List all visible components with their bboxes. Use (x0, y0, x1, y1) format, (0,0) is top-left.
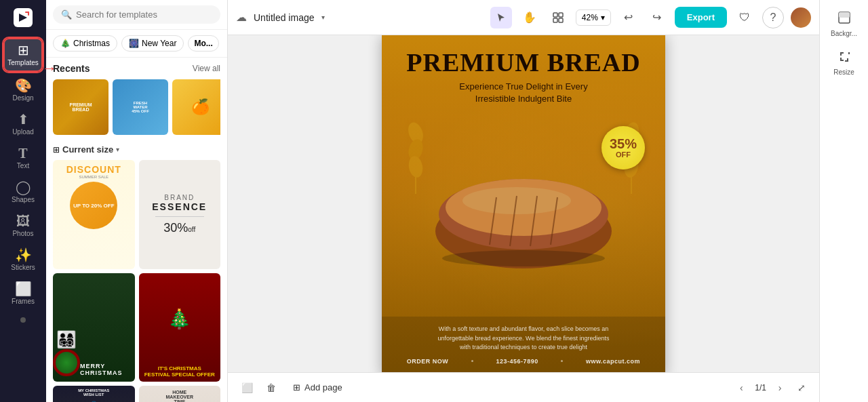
website-text: www.capcut.com (586, 358, 640, 365)
add-page-label: Add page (304, 382, 342, 393)
sidebar-item-shapes[interactable]: ◯ Shapes (3, 176, 43, 207)
thumb-water-text: FRESHWATER45% OFF (132, 101, 149, 113)
svg-rect-4 (559, 18, 563, 22)
zoom-control[interactable]: 42% ▾ (576, 9, 611, 26)
sidebar-item-upload[interactable]: ⬆ Upload (3, 108, 43, 140)
canvas-bread-area: 35% OFF (382, 113, 665, 317)
recent-thumbnails-row: PREMIUMBREAD FRESHWATER45% OFF 🍊 › (53, 79, 220, 135)
order-now-text: ORDER NOW (407, 358, 449, 365)
file-dropdown-arrow[interactable]: ▾ (321, 14, 325, 21)
tpl-essence-title: ESSENCE (152, 201, 207, 212)
search-input[interactable] (76, 9, 212, 20)
current-size-header: ⊞ Current size ▾ (53, 144, 220, 155)
tpl-discount-sub: SUMMER SALE (79, 175, 108, 179)
tpl-christmas2-tree: 🎄 (167, 308, 191, 330)
upload-icon: ⬆ (18, 113, 29, 126)
photos-icon: 🖼 (16, 214, 30, 228)
recent-thumb-food[interactable]: 🍊 (172, 79, 220, 135)
shield-button[interactable]: 🛡 (734, 7, 755, 28)
search-icon: 🔍 (61, 9, 72, 20)
undo-button[interactable]: ↩ (618, 7, 639, 28)
footer-dot2 (561, 360, 563, 362)
discount-off: OFF (616, 150, 631, 159)
stickers-icon: ✨ (15, 248, 32, 262)
recent-thumb-bread[interactable]: PREMIUMBREAD (53, 79, 108, 135)
prev-page-button[interactable]: ‹ (733, 380, 749, 396)
svg-rect-3 (553, 18, 557, 22)
template-card-home[interactable]: HOMEMAKEOVERTIME 🛋 (139, 386, 221, 402)
expand-button[interactable]: ⤢ (793, 380, 810, 396)
canvas-sub-title: Experience True Delight in EveryIrresist… (395, 81, 652, 105)
background-button[interactable]: Backgr... (824, 5, 865, 43)
canvas-area[interactable]: Page 1 🖼 ⋯ PREMIUM BREAD Experience True… (228, 35, 819, 372)
sidebar-item-stickers[interactable]: ✨ Stickers (3, 244, 43, 275)
frame-select-button[interactable]: ⬜ (237, 378, 256, 397)
recent-thumb-water[interactable]: FRESHWATER45% OFF (113, 79, 168, 135)
tool-layout[interactable] (547, 7, 569, 28)
user-avatar[interactable] (791, 7, 811, 28)
search-input-wrap[interactable]: 🔍 (53, 5, 220, 24)
tpl-essence-pct: 30%off (163, 221, 195, 235)
sidebar-item-photos[interactable]: 🖼 Photos (3, 210, 43, 241)
canvas-bottom-area: With a soft texture and abundant flavor,… (382, 317, 665, 372)
tool-pointer[interactable] (490, 7, 512, 28)
chip-new-year[interactable]: 🎆 New Year (121, 35, 184, 52)
next-page-button[interactable]: › (772, 380, 788, 396)
tpl-discount-circle: UP TO 20% OFF (70, 182, 117, 229)
sidebar-item-templates[interactable]: ⊞ Templates (3, 38, 43, 72)
shapes-icon: ◯ (16, 180, 31, 194)
app-logo[interactable] (11, 5, 35, 30)
template-card-discount[interactable]: DISCOUNT SUMMER SALE UP TO 20% OFF (53, 160, 135, 269)
top-bar: ☁ Untitled image ▾ ✋ 42% ▾ ↩ ↪ Export 🛡 … (228, 0, 819, 35)
chip-more-label: Mo... (194, 39, 212, 48)
template-card-christmas1[interactable]: 👨‍👩‍👧‍👦 MERRY CHRISTMAS (53, 273, 135, 382)
chip-more[interactable]: Mo... (188, 35, 218, 52)
background-label: Backgr... (831, 30, 857, 37)
cloud-icon: ☁ (236, 11, 247, 24)
export-button[interactable]: Export (675, 7, 727, 28)
sidebar-item-frames[interactable]: ⬜ Frames (3, 278, 43, 309)
sidebar-item-design-label: Design (12, 94, 33, 102)
view-all-link[interactable]: View all (193, 64, 220, 73)
add-page-button[interactable]: ⊞ Add page (286, 379, 349, 396)
canvas-frame[interactable]: PREMIUM BREAD Experience True Delight in… (382, 35, 665, 372)
background-icon (837, 11, 851, 28)
recents-title: Recents (53, 63, 90, 74)
design-icon: 🎨 (15, 79, 32, 92)
canvas-title-area: PREMIUM BREAD Experience True Delight in… (382, 35, 665, 113)
sidebar-item-design[interactable]: 🎨 Design (3, 75, 43, 106)
frames-icon: ⬜ (15, 282, 32, 296)
canvas-description: With a soft texture and abundant flavor,… (395, 325, 652, 353)
tool-hand[interactable]: ✋ (519, 7, 540, 28)
current-size-dropdown[interactable]: ▾ (116, 146, 119, 153)
templates-icon: ⊞ (18, 43, 29, 57)
thumb-food-icon: 🍊 (191, 98, 210, 116)
bread-illustration (429, 157, 618, 272)
canvas-main-title: PREMIUM BREAD (395, 49, 652, 77)
redo-button[interactable]: ↪ (646, 7, 668, 28)
template-card-christmas2[interactable]: 🎄 IT'S CHRISTMASFESTIVAL SPECIAL OFFER (139, 273, 221, 382)
thumb-bread-text: PREMIUMBREAD (69, 102, 92, 112)
bottom-bar: ⬜ 🗑 ⊞ Add page ‹ 1/1 › ⤢ (228, 372, 819, 402)
help-button[interactable]: ? (762, 7, 784, 28)
zoom-value: 42% (582, 13, 598, 22)
chip-christmas[interactable]: 🎄 Christmas (53, 35, 117, 52)
sidebar-item-text[interactable]: T Text (3, 142, 43, 174)
resize-button[interactable]: Resize (824, 44, 865, 81)
template-grid: DISCOUNT SUMMER SALE UP TO 20% OFF BRAND… (53, 160, 220, 402)
chip-christmas-label: Christmas (73, 39, 110, 48)
tpl-christmas1-wreath (53, 349, 80, 376)
phone-text: 123-456-7890 (496, 358, 538, 365)
template-card-essence[interactable]: BRAND ESSENCE 30%off (139, 160, 221, 269)
tpl-home-title: HOMEMAKEOVERTIME (166, 390, 193, 402)
tpl-christmas1-icon: 👨‍👩‍👧‍👦 (56, 330, 77, 349)
template-card-xmaswish[interactable]: MY CHRISTMASWISH LIST 🧥 🎅 (53, 386, 135, 402)
file-name: Untitled image (254, 12, 315, 23)
sidebar-more-dot[interactable] (20, 317, 26, 323)
main-area: ☁ Untitled image ▾ ✋ 42% ▾ ↩ ↪ Export 🛡 … (228, 0, 819, 402)
tpl-christmas1-text: MERRY CHRISTMAS (80, 363, 135, 376)
delete-button[interactable]: 🗑 (262, 378, 281, 397)
discount-badge: 35% OFF (601, 126, 645, 169)
sidebar-item-templates-label: Templates (7, 59, 39, 66)
sidebar-item-upload-label: Upload (12, 128, 34, 136)
